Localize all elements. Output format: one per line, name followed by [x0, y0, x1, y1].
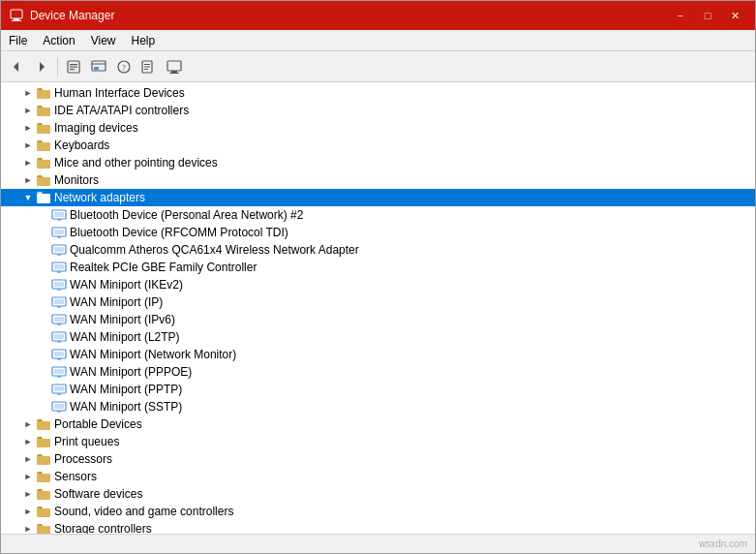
tree-item-monitors[interactable]: ► Monitors — [1, 171, 755, 189]
monitor-button[interactable] — [163, 55, 186, 78]
status-bar: wsxdn.com — [1, 534, 755, 553]
item-label-sound-video: Sound, video and game controllers — [54, 505, 233, 518]
tree-item-portable-devices[interactable]: ► Portable Devices — [1, 416, 755, 433]
item-icon-mice — [36, 155, 51, 170]
tree-item-storage-controllers[interactable]: ► Storage controllers — [1, 520, 755, 534]
item-icon-realtek — [51, 260, 67, 275]
item-label-processors: Processors — [54, 452, 112, 466]
expand-arrow-wan-pppoe[interactable] — [36, 364, 51, 380]
svg-rect-7 — [70, 66, 77, 67]
close-button[interactable]: ✕ — [722, 6, 747, 25]
expand-arrow-portable-devices[interactable]: ► — [20, 416, 36, 432]
tree-item-wan-ikev2[interactable]: WAN Miniport (IKEv2) — [1, 276, 755, 293]
svg-rect-68 — [37, 491, 50, 500]
item-icon-qualcomm — [51, 242, 67, 258]
tree-item-wan-pppoe[interactable]: WAN Miniport (PPPOE) — [1, 363, 755, 381]
tree-item-wan-ipv6[interactable]: WAN Miniport (IPv6) — [1, 311, 755, 328]
expand-arrow-qualcomm[interactable] — [36, 242, 51, 258]
item-icon-wan-ikev2 — [51, 277, 67, 292]
svg-rect-51 — [57, 341, 61, 343]
svg-rect-42 — [57, 289, 61, 291]
svg-rect-22 — [37, 108, 50, 116]
expand-arrow-bt-rfcomm[interactable] — [36, 225, 51, 240]
tree-item-print-queues[interactable]: ► Print queues — [1, 433, 755, 450]
svg-rect-29 — [54, 212, 64, 217]
tree-item-wan-sstp[interactable]: WAN Miniport (SSTP) — [1, 398, 755, 416]
tree-item-keyboards[interactable]: ► Keyboards — [1, 137, 755, 154]
expand-arrow-print-queues[interactable]: ► — [20, 434, 36, 449]
expand-arrow-network-adapters[interactable]: ▼ — [20, 190, 36, 205]
item-label-monitors: Monitors — [54, 173, 99, 187]
expand-arrow-human-interface[interactable]: ► — [20, 85, 36, 101]
item-icon-monitors — [36, 172, 51, 188]
expand-arrow-storage-controllers[interactable]: ► — [20, 521, 36, 534]
expand-arrow-imaging[interactable]: ► — [20, 120, 36, 136]
help-button[interactable]: ? — [112, 55, 136, 78]
item-icon-wan-pppoe — [51, 364, 67, 380]
item-icon-network-adapters — [36, 190, 51, 205]
maximize-button[interactable]: □ — [695, 6, 720, 25]
expand-arrow-wan-pptp[interactable] — [36, 382, 51, 397]
expand-arrow-wan-sstp[interactable] — [36, 399, 51, 415]
svg-rect-66 — [37, 456, 50, 465]
expand-arrow-wan-ip[interactable] — [36, 294, 51, 310]
tree-item-software-devices[interactable]: ► Software devices — [1, 485, 755, 503]
expand-arrow-keyboards[interactable]: ► — [20, 138, 36, 153]
properties-button[interactable] — [62, 55, 85, 78]
expand-arrow-bt-pan[interactable] — [36, 207, 51, 223]
expand-arrow-sensors[interactable]: ► — [20, 469, 36, 484]
menu-help[interactable]: Help — [124, 30, 164, 50]
expand-arrow-wan-l2tp[interactable] — [36, 329, 51, 345]
svg-rect-32 — [54, 230, 64, 234]
item-icon-ide-atapi — [36, 103, 51, 118]
expand-arrow-processors[interactable]: ► — [20, 451, 36, 467]
expand-arrow-ide-atapi[interactable]: ► — [20, 103, 36, 118]
menu-file[interactable]: File — [1, 30, 35, 50]
expand-arrow-mice[interactable]: ► — [20, 155, 36, 170]
expand-arrow-realtek[interactable] — [36, 260, 51, 275]
tree-item-sensors[interactable]: ► Sensors — [1, 468, 755, 485]
svg-rect-25 — [37, 160, 50, 169]
menu-action[interactable]: Action — [35, 30, 82, 50]
tree-item-bt-pan[interactable]: Bluetooth Device (Personal Area Network)… — [1, 206, 755, 224]
tree-item-sound-video[interactable]: ► Sound, video and game controllers — [1, 503, 755, 520]
expand-arrow-monitors[interactable]: ► — [20, 172, 36, 188]
menu-bar: File Action View Help — [1, 30, 755, 51]
minimize-button[interactable]: − — [668, 6, 693, 25]
tree-item-processors[interactable]: ► Processors — [1, 450, 755, 468]
tree-item-wan-pptp[interactable]: WAN Miniport (PPTP) — [1, 381, 755, 398]
tree-item-human-interface[interactable]: ► Human Interface Devices — [1, 84, 755, 102]
menu-view[interactable]: View — [83, 30, 124, 50]
back-button[interactable] — [5, 55, 28, 78]
tree-view[interactable]: ► Human Interface Devices► IDE ATA/ATAPI… — [1, 82, 755, 534]
tree-item-imaging[interactable]: ► Imaging devices — [1, 119, 755, 137]
tree-item-mice[interactable]: ► Mice and other pointing devices — [1, 154, 755, 171]
item-label-wan-ipv6: WAN Miniport (IPv6) — [70, 313, 175, 326]
svg-rect-26 — [37, 177, 50, 186]
app-icon — [9, 8, 24, 23]
tree-item-network-adapters[interactable]: ▼ Network adapters — [1, 189, 755, 206]
svg-rect-35 — [54, 247, 64, 252]
tree-item-wan-ip[interactable]: WAN Miniport (IP) — [1, 293, 755, 311]
item-icon-bt-rfcomm — [51, 225, 67, 240]
item-label-wan-l2tp: WAN Miniport (L2TP) — [70, 330, 180, 344]
expand-arrow-wan-ipv6[interactable] — [36, 312, 51, 327]
scan-button[interactable] — [137, 55, 161, 78]
expand-arrow-software-devices[interactable]: ► — [20, 486, 36, 502]
tree-item-wan-l2tp[interactable]: WAN Miniport (L2TP) — [1, 328, 755, 346]
item-label-bt-pan: Bluetooth Device (Personal Area Network)… — [70, 208, 303, 222]
expand-arrow-wan-network-monitor[interactable] — [36, 347, 51, 362]
tree-item-bt-rfcomm[interactable]: Bluetooth Device (RFCOMM Protocol TDI) — [1, 224, 755, 241]
tree-item-realtek[interactable]: Realtek PCIe GBE Family Controller — [1, 259, 755, 276]
tree-item-qualcomm[interactable]: Qualcomm Atheros QCA61x4 Wireless Networ… — [1, 241, 755, 259]
svg-rect-17 — [144, 69, 148, 70]
tree-item-ide-atapi[interactable]: ► IDE ATA/ATAPI controllers — [1, 102, 755, 119]
svg-rect-24 — [37, 142, 50, 151]
forward-button[interactable] — [30, 55, 53, 78]
title-bar: Device Manager − □ ✕ — [1, 1, 755, 30]
expand-arrow-wan-ikev2[interactable] — [36, 277, 51, 292]
update-button[interactable] — [87, 55, 110, 78]
tree-item-wan-network-monitor[interactable]: WAN Miniport (Network Monitor) — [1, 346, 755, 363]
svg-rect-0 — [11, 10, 22, 18]
expand-arrow-sound-video[interactable]: ► — [20, 504, 36, 519]
